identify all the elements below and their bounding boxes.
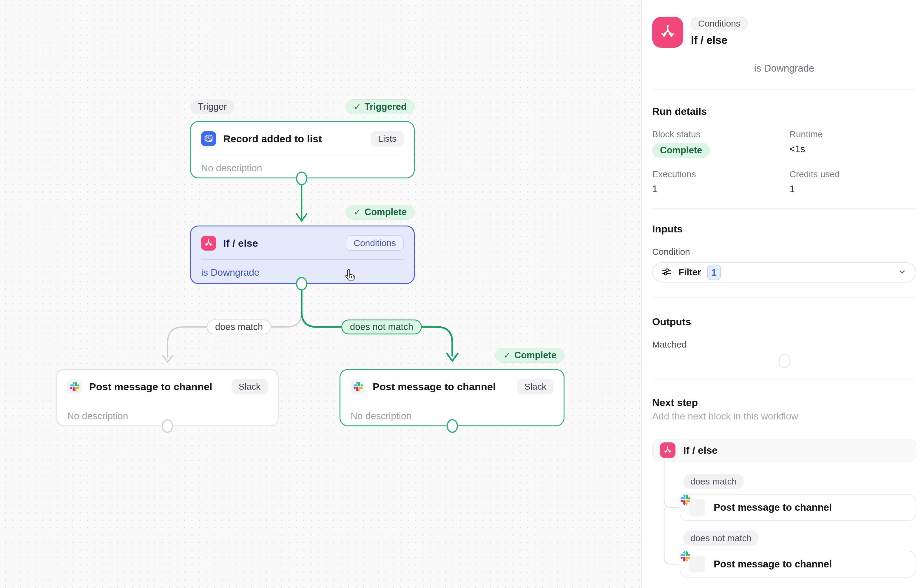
if-else-branch-icon: [652, 17, 683, 48]
next-step-subtitle: Add the next block in this workflow: [652, 411, 916, 422]
block-status-badge: Complete: [652, 143, 710, 158]
trigger-status-text: Triggered: [364, 101, 407, 112]
check-icon: ✓: [503, 350, 511, 360]
slack-icon: [688, 556, 705, 572]
node-record-added-to-list[interactable]: Record added to list Lists No descriptio…: [190, 121, 415, 178]
matched-label: Matched: [652, 339, 916, 350]
panel-title: If / else: [691, 34, 748, 47]
category-badge: Conditions: [691, 17, 748, 31]
executions-value: 1: [652, 184, 789, 194]
trigger-section-label: Trigger: [190, 99, 234, 114]
panel-header-text: Conditions If / else: [691, 17, 748, 47]
node-header: If / else Conditions: [201, 235, 404, 251]
filter-label: Filter: [679, 267, 701, 278]
node-header: Post message to channel Slack: [67, 379, 268, 394]
node-title: If / else: [223, 238, 338, 249]
slack-icon: [688, 499, 705, 516]
condition-summary: is Downgrade: [652, 63, 916, 74]
slack-icon: [67, 379, 82, 394]
next-step-root-if-else[interactable]: If / else: [652, 439, 916, 461]
node-title: Post message to channel: [89, 381, 225, 393]
app-badge-text: Slack: [239, 381, 260, 392]
trigger-status-badge: ✓ Triggered: [345, 99, 415, 114]
branch-label-does-not-match: does not match: [683, 531, 759, 546]
credits-cell: Credits used 1: [789, 169, 916, 194]
next-step-block-label: Post message to channel: [714, 559, 832, 570]
node-header: Record added to list Lists: [201, 131, 404, 147]
app-badge-conditions: Conditions: [346, 235, 404, 251]
app-badge-text: Lists: [378, 134, 397, 144]
node-description: is Downgrade: [201, 267, 404, 278]
app-badge-text: Conditions: [353, 238, 396, 248]
node-title: Post message to channel: [373, 381, 510, 393]
panel-header: Conditions If / else: [652, 17, 916, 48]
divider: [652, 297, 916, 298]
edge-label-does-match: does match: [207, 319, 271, 334]
node-post-message-right[interactable]: Post message to channel Slack No descrip…: [340, 369, 565, 426]
ifelse-status-badge: ✓ Complete: [345, 205, 415, 220]
next-step-post-message-no-match[interactable]: Post message to channel: [680, 551, 916, 578]
runtime-cell: Runtime <1s: [789, 129, 916, 158]
next-step-tree: does match Post message to channel does …: [652, 461, 916, 578]
outputs-heading: Outputs: [652, 316, 916, 327]
app-badge-slack: Slack: [231, 379, 268, 394]
post-right-status-badge: ✓ Complete: [495, 348, 565, 363]
app-badge-slack: Slack: [517, 379, 553, 394]
workflow-canvas[interactable]: Trigger ✓ Triggered Record added to list…: [0, 0, 641, 588]
next-step-post-message-match[interactable]: Post message to channel: [680, 494, 916, 521]
inputs-heading: Inputs: [652, 223, 916, 235]
node-header: Post message to channel Slack: [351, 379, 553, 394]
executions-label: Executions: [652, 169, 789, 179]
edge-label-does-not-match: does not match: [341, 319, 422, 334]
check-icon: ✓: [353, 102, 361, 112]
trigger-section-label-text: Trigger: [198, 101, 227, 112]
check-icon: ✓: [353, 207, 361, 217]
node-divider: [351, 403, 553, 403]
port-post-right-bottom[interactable]: [447, 419, 458, 433]
node-title: Record added to list: [223, 133, 364, 145]
block-status-label: Block status: [652, 129, 789, 139]
edge-label-text: does not match: [350, 322, 413, 332]
if-else-branch-icon: [660, 442, 675, 458]
node-divider: [201, 259, 404, 260]
divider: [652, 379, 916, 380]
app-badge-lists: Lists: [371, 131, 404, 147]
port-ifelse-bottom[interactable]: [296, 277, 307, 291]
ifelse-status-text: Complete: [364, 207, 407, 217]
block-status-cell: Block status Complete: [652, 129, 789, 158]
next-step-root-label: If / else: [683, 445, 718, 456]
app-badge-text: Slack: [524, 381, 546, 392]
post-right-status-text: Complete: [514, 350, 557, 361]
credits-used-value: 1: [789, 184, 916, 194]
node-divider: [67, 403, 268, 403]
if-else-branch-icon: [201, 236, 216, 251]
condition-filter-dropdown[interactable]: Filter 1: [652, 262, 916, 282]
executions-cell: Executions 1: [652, 169, 789, 194]
edge-label-text: does match: [215, 322, 263, 332]
next-step-heading: Next step: [652, 397, 916, 409]
node-if-else[interactable]: If / else Conditions is Downgrade: [190, 226, 415, 284]
credits-used-label: Credits used: [789, 169, 916, 179]
divider: [652, 208, 916, 209]
run-details-grid: Block status Complete Runtime <1s Execut…: [652, 129, 916, 194]
runtime-value: <1s: [789, 143, 916, 155]
condition-label: Condition: [652, 247, 916, 257]
next-step-block-label: Post message to channel: [714, 502, 832, 513]
port-trigger-bottom[interactable]: [296, 171, 307, 185]
slack-icon: [351, 379, 366, 394]
branch-label-does-match: does match: [683, 474, 744, 489]
runtime-label: Runtime: [789, 129, 916, 139]
lists-record-added-icon: [201, 131, 216, 146]
divider: [652, 90, 916, 90]
node-post-message-left[interactable]: Post message to channel Slack No descrip…: [56, 369, 279, 426]
workflow-edges: [0, 0, 641, 588]
mouse-pointer-cursor: [342, 268, 359, 285]
node-divider: [201, 155, 404, 155]
matched-empty-indicator: [779, 354, 790, 368]
block-details-panel: Conditions If / else is Downgrade Run de…: [641, 0, 921, 588]
filter-sliders-icon: [661, 266, 672, 279]
filter-count-badge: 1: [707, 265, 721, 280]
category-badge-text: Conditions: [698, 18, 740, 29]
port-post-left-bottom[interactable]: [162, 419, 173, 433]
chevron-down-icon[interactable]: [897, 267, 907, 278]
